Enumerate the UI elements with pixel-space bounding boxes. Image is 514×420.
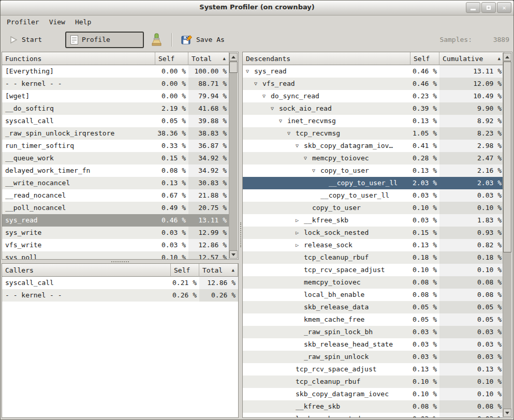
- expander-open-icon[interactable]: ▽: [262, 90, 271, 102]
- column-header-self[interactable]: Self: [410, 52, 439, 65]
- scroll-down-button[interactable]: [229, 250, 238, 259]
- descendant-row[interactable]: ▷lock_sock_nested0.15 %0.93 %: [243, 227, 504, 239]
- expander-open-icon[interactable]: ▽: [279, 115, 287, 127]
- self-value-cell: 0.13 %: [410, 363, 439, 376]
- scroll-down-button[interactable]: [503, 409, 511, 417]
- close-button[interactable]: ✕: [497, 2, 511, 13]
- descendant-row[interactable]: ▽tcp_recvmsg1.05 %8.23 %: [243, 127, 504, 140]
- self-value-cell: 0.18 %: [410, 251, 439, 264]
- scroll-up-button[interactable]: [229, 53, 238, 61]
- descendant-row[interactable]: skb_copy_datagram_iovec0.10 %0.10 %: [243, 388, 504, 400]
- function-row[interactable]: __do_softirq2.19 %41.68 %: [2, 102, 229, 115]
- caller-row[interactable]: - - kernel - -0.26 %0.26 %: [2, 289, 238, 302]
- descendant-row[interactable]: ▽skb_copy_datagram_iov…0.41 %2.98 %: [243, 140, 504, 152]
- descendant-row[interactable]: tcp_rcv_space_adjust0.13 %0.13 %: [243, 363, 504, 376]
- function-row[interactable]: run_timer_softirq0.33 %36.87 %: [2, 140, 229, 152]
- save-as-button[interactable]: Save As: [177, 32, 229, 48]
- descendant-row[interactable]: ▽vfs_read0.46 %12.09 %: [243, 78, 504, 90]
- descendant-row[interactable]: ▽do_sync_read0.23 %10.49 %: [243, 90, 504, 102]
- column-header-callers[interactable]: Callers: [2, 264, 171, 277]
- expander-open-icon[interactable]: ▽: [287, 127, 296, 140]
- descendant-row[interactable]: memcpy_toiovec0.08 %0.08 %: [243, 276, 504, 289]
- descendant-row[interactable]: tcp_rcv_space_adjust0.10 %0.10 %: [243, 264, 504, 276]
- descendant-row[interactable]: skb_release_head_state0.03 %0.03 %: [243, 338, 504, 351]
- expander-open-icon[interactable]: ▽: [312, 164, 320, 177]
- descendant-row[interactable]: tcp_cleanup_rbuf0.10 %0.10 %: [243, 376, 504, 388]
- descendant-row[interactable]: lock_sock_nested0.03 %0.03 %: [243, 413, 504, 417]
- function-name: __kfree_skb: [304, 216, 348, 224]
- total-value-cell: 30.83 %: [188, 177, 229, 189]
- function-row[interactable]: sys_read0.46 %13.11 %: [2, 214, 229, 227]
- descendant-row[interactable]: __kfree_skb0.08 %0.08 %: [243, 400, 504, 413]
- function-row[interactable]: __read_nocancel0.67 %21.88 %: [2, 189, 229, 202]
- scroll-up-button[interactable]: [503, 53, 511, 61]
- self-value-cell: 0.03 %: [155, 227, 188, 239]
- column-header-descendants[interactable]: Descendants: [243, 52, 410, 65]
- expander-open-icon[interactable]: ▽: [304, 152, 312, 164]
- cumulative-value-cell: 2.03 %: [439, 177, 504, 189]
- descendant-name-cell: ▷__kfree_skb: [243, 214, 410, 227]
- descendant-row[interactable]: _raw_spin_unlock0.03 %0.03 %: [243, 351, 504, 363]
- function-row[interactable]: delayed_work_timer_fn0.08 %34.92 %: [2, 164, 229, 177]
- descendant-row[interactable]: local_bh_enable0.08 %0.08 %: [243, 289, 504, 301]
- horizontal-splitter[interactable]: [2, 260, 239, 263]
- scrollbar-thumb[interactable]: [229, 62, 238, 73]
- descendant-row[interactable]: _raw_spin_lock_bh0.03 %0.03 %: [243, 326, 504, 338]
- function-name: lock_sock_nested: [296, 415, 360, 417]
- profile-toggle-button[interactable]: Profile: [65, 32, 144, 48]
- menu-item-view[interactable]: View: [49, 18, 65, 26]
- vertical-splitter[interactable]: [239, 52, 242, 418]
- function-row[interactable]: syscall_call0.05 %39.88 %: [2, 115, 229, 127]
- minimize-button[interactable]: [466, 2, 480, 13]
- descendant-row[interactable]: skb_release_data0.05 %0.05 %: [243, 301, 504, 313]
- maximize-button[interactable]: [481, 2, 496, 13]
- descendant-row[interactable]: ▽sys_read0.46 %13.11 %: [243, 65, 504, 78]
- descendant-row[interactable]: ▽sock_aio_read0.39 %9.90 %: [243, 102, 504, 115]
- menu-item-profiler[interactable]: Profiler: [7, 18, 39, 26]
- descendant-row[interactable]: __copy_to_user_ll2.03 %2.03 %: [243, 177, 504, 189]
- descendant-row[interactable]: ▽memcpy_toiovec0.28 %2.47 %: [243, 152, 504, 164]
- column-header-self[interactable]: Self: [155, 52, 188, 65]
- function-row[interactable]: vfs_write0.03 %12.86 %: [2, 239, 229, 251]
- cumulative-value-cell: 0.05 %: [439, 313, 504, 326]
- column-header-total[interactable]: Total▲: [199, 264, 238, 277]
- function-row[interactable]: sys_poll0.10 %12.57 %: [2, 251, 229, 259]
- descendant-row[interactable]: ▷release_sock0.13 %0.82 %: [243, 239, 504, 251]
- expander-open-icon[interactable]: ▽: [254, 78, 262, 90]
- menu-item-help[interactable]: Help: [75, 18, 91, 26]
- function-row[interactable]: __poll_nocancel0.49 %20.75 %: [2, 202, 229, 214]
- descendant-row[interactable]: copy_to_user0.10 %0.10 %: [243, 202, 504, 214]
- function-row[interactable]: _raw_spin_unlock_irqrestore38.36 %38.83 …: [2, 127, 229, 140]
- titlebar[interactable]: System Profiler (on crownbay) ✕: [1, 1, 513, 16]
- function-row[interactable]: [Everything]0.00 %100.00 %: [2, 65, 229, 78]
- descendant-row[interactable]: tcp_cleanup_rbuf0.18 %0.18 %: [243, 251, 504, 264]
- descendant-row[interactable]: __copy_to_user_ll0.03 %0.03 %: [243, 189, 504, 202]
- descendant-row[interactable]: ▽inet_recvmsg0.13 %8.92 %: [243, 115, 504, 127]
- expander-open-icon[interactable]: ▽: [271, 102, 279, 115]
- expander-closed-icon[interactable]: ▷: [296, 227, 304, 239]
- descendant-row[interactable]: kmem_cache_free0.05 %0.05 %: [243, 313, 504, 326]
- descendants-scrollbar[interactable]: [503, 53, 511, 417]
- column-header-total[interactable]: Total▲: [188, 52, 229, 65]
- column-header-functions[interactable]: Functions: [2, 52, 155, 65]
- descendant-row[interactable]: ▷__kfree_skb0.03 %1.83 %: [243, 214, 504, 227]
- descendant-row[interactable]: ▽copy_to_user0.13 %2.16 %: [243, 164, 504, 177]
- start-button[interactable]: Start: [5, 33, 59, 47]
- functions-scrollbar[interactable]: [229, 53, 238, 259]
- expander-open-icon[interactable]: ▽: [246, 65, 254, 78]
- function-row[interactable]: - - kernel - -0.00 %88.71 %: [2, 78, 229, 90]
- descendants-panel: Descendants Self Cumulative▲ ▽sys_read0.…: [242, 52, 512, 418]
- function-name: _raw_spin_unlock: [304, 353, 369, 361]
- scrollbar-thumb[interactable]: [503, 62, 511, 252]
- function-row[interactable]: sys_write0.03 %12.99 %: [2, 227, 229, 239]
- caller-row[interactable]: syscall_call0.21 %12.86 %: [2, 277, 238, 289]
- column-header-self[interactable]: Self: [171, 264, 199, 277]
- function-row[interactable]: __queue_work0.15 %34.92 %: [2, 152, 229, 164]
- function-row[interactable]: [wget]0.00 %79.94 %: [2, 90, 229, 102]
- expander-closed-icon[interactable]: ▷: [296, 214, 304, 227]
- function-row[interactable]: __write_nocancel0.13 %30.83 %: [2, 177, 229, 189]
- expander-closed-icon[interactable]: ▷: [296, 239, 304, 251]
- column-header-cumulative[interactable]: Cumulative▲: [439, 52, 504, 65]
- expander-open-icon[interactable]: ▽: [296, 140, 304, 152]
- reset-button[interactable]: [146, 31, 167, 49]
